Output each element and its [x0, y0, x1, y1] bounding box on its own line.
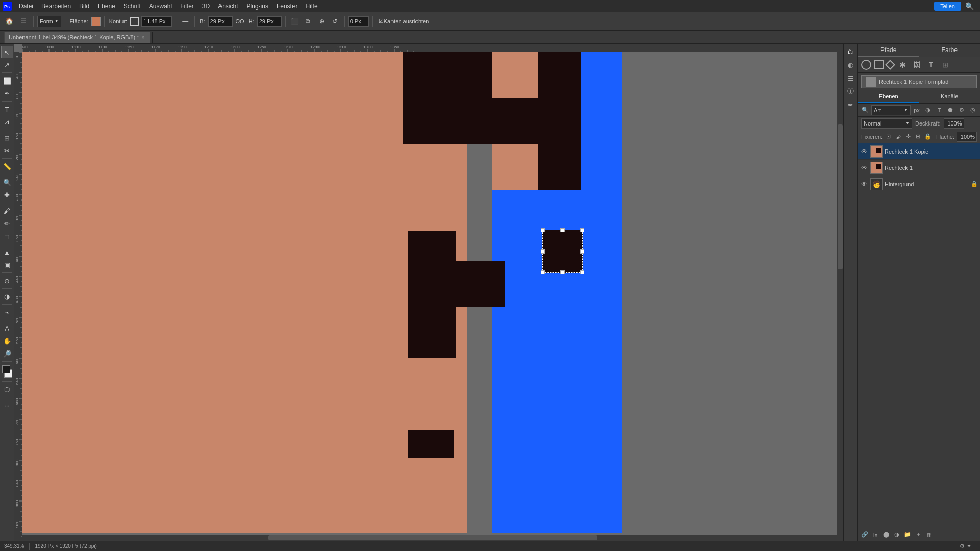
panel-icon-pfade[interactable]: 🗂	[845, 46, 856, 57]
lf-group[interactable]: 📁	[903, 530, 912, 539]
tool-shape[interactable]: ⬜	[1, 74, 13, 87]
layers-filter-toggle[interactable]: ◎	[968, 105, 978, 115]
path-rect-icon[interactable]	[874, 60, 884, 69]
shape-selected-rect[interactable]	[542, 230, 583, 273]
form-dropdown[interactable]: Form ▼	[37, 16, 61, 27]
layer-vis-rechteck-kopie[interactable]: 👁	[860, 147, 868, 156]
tool-direct-select[interactable]: ↗	[1, 59, 13, 71]
menu-schrift[interactable]: Schrift	[120, 2, 144, 11]
farbe-tab[interactable]: Farbe	[919, 44, 981, 57]
tool-gradient[interactable]: ▣	[1, 259, 13, 271]
layer-item-hintergrund[interactable]: 👁 🧑 Hintergrund 🔒	[858, 176, 980, 192]
lf-effects[interactable]: fx	[871, 530, 880, 539]
handle-mid-right[interactable]	[580, 249, 584, 254]
align-btn-3[interactable]: ⊕	[316, 16, 327, 27]
menu-hilfe[interactable]: Hilfe	[302, 2, 322, 11]
tool-quickmask[interactable]: ⬡	[1, 383, 13, 395]
flaeche-input[interactable]	[957, 132, 977, 142]
fg-color[interactable]	[2, 365, 10, 373]
search-icon[interactable]: 🔍	[965, 2, 974, 10]
tool-select[interactable]: ↖	[1, 46, 13, 58]
document-tab[interactable]: Unbenannt-1 bei 349% (Rechteck 1 Kopie, …	[4, 32, 150, 43]
panel-icon-eigenschaften[interactable]: ⓘ	[845, 86, 856, 97]
fixieren-checkers[interactable]: ⊡	[885, 132, 892, 142]
lf-delete[interactable]: 🗑	[924, 530, 934, 539]
align-btn-4[interactable]: ↺	[329, 16, 340, 27]
vertical-scrollbar[interactable]	[837, 52, 843, 535]
handle-bot-center[interactable]	[560, 270, 565, 274]
layers-kind-dropdown[interactable]: Art ▼	[871, 105, 911, 115]
menu-plugins[interactable]: Plug-ins	[243, 2, 272, 11]
tool-slice[interactable]: ✂	[1, 144, 13, 157]
fixieren-brush[interactable]: 🖌	[895, 132, 902, 142]
lf-adjustment[interactable]: ◑	[892, 530, 901, 539]
panel-icon-ebenen[interactable]: ☰	[845, 72, 856, 84]
menu-ebene[interactable]: Ebene	[94, 2, 119, 11]
path-diamond-icon[interactable]	[885, 60, 895, 70]
menu-3d[interactable]: 3D	[199, 2, 213, 11]
menu-datei[interactable]: Datei	[15, 2, 37, 11]
stroke-style-btn[interactable]: —	[180, 16, 191, 27]
tool-pencil[interactable]: ✏	[1, 217, 13, 230]
teilen-button[interactable]: Teilen	[934, 2, 961, 11]
radius-input[interactable]	[348, 16, 369, 27]
width-input[interactable]	[208, 16, 233, 27]
layers-filter-pixel[interactable]: px	[912, 105, 922, 115]
home-button[interactable]: 🏠	[3, 15, 15, 28]
handle-bot-left[interactable]	[541, 270, 545, 274]
handle-top-left[interactable]	[541, 228, 545, 232]
hscroll-thumb[interactable]	[268, 535, 597, 540]
tool-hand[interactable]: ✋	[1, 335, 13, 347]
flaeche-color[interactable]	[91, 17, 101, 26]
canvas-area[interactable]	[14, 44, 843, 541]
vscroll-thumb[interactable]	[838, 124, 843, 269]
layers-filter-text[interactable]: T	[934, 105, 944, 115]
tool-crop[interactable]: ⊞	[1, 132, 13, 144]
kanaele-tab[interactable]: Kanäle	[919, 90, 981, 103]
path-text-icon[interactable]: T	[925, 59, 937, 70]
tool-eraser[interactable]: ◻	[1, 230, 13, 242]
menu-bearbeiten[interactable]: Bearbeiten	[38, 2, 75, 11]
layers-filter-icon[interactable]: 🔍	[860, 105, 870, 115]
options-button[interactable]: ☰	[17, 15, 30, 28]
kontur-size-input[interactable]	[141, 16, 172, 27]
path-custom-icon[interactable]: ✱	[897, 59, 908, 70]
menu-auswahl[interactable]: Auswahl	[145, 2, 176, 11]
tool-fill[interactable]: ▲	[1, 246, 13, 258]
layers-filter-adjust[interactable]: ◑	[923, 105, 933, 115]
layers-filter-smart[interactable]: ⚙	[957, 105, 967, 115]
menu-fenster[interactable]: Fenster	[273, 2, 301, 11]
layer-vis-hintergrund[interactable]: 👁	[860, 180, 868, 188]
fixieren-lock[interactable]: 🔒	[924, 132, 932, 142]
tool-blur[interactable]: ⊙	[1, 274, 13, 287]
handle-top-center[interactable]	[560, 228, 565, 232]
path-grid-icon[interactable]: ⊞	[940, 59, 951, 70]
tool-more[interactable]: ···	[1, 399, 13, 411]
tool-measure[interactable]: 📏	[1, 160, 13, 172]
path-circle-icon[interactable]	[861, 60, 871, 70]
menu-bild[interactable]: Bild	[76, 2, 93, 11]
layers-filter-vector[interactable]: ⬟	[945, 105, 955, 115]
tool-eyedropper[interactable]: 🔍	[1, 176, 13, 188]
layer-vis-rechteck[interactable]: 👁	[860, 164, 868, 172]
panel-icon-pfadeditor[interactable]: ✒	[845, 99, 856, 110]
height-input[interactable]	[257, 16, 282, 27]
layer-lock-hintergrund[interactable]: 🔒	[971, 181, 978, 188]
menu-filter[interactable]: Filter	[177, 2, 198, 11]
path-item[interactable]: Rechteck 1 Kopie Formpfad	[861, 75, 977, 88]
align-btn-1[interactable]: ⬛	[289, 16, 301, 27]
deckkraft-input[interactable]	[944, 118, 964, 129]
tool-zoom[interactable]: 🔎	[1, 347, 13, 360]
lf-new[interactable]: ＋	[914, 530, 923, 539]
layer-item-rechteck[interactable]: 👁 Rechteck 1	[858, 160, 980, 176]
pfade-tab[interactable]: Pfade	[858, 44, 919, 57]
handle-bot-right[interactable]	[580, 270, 584, 274]
tool-type[interactable]: T	[1, 103, 13, 115]
tool-color-sample[interactable]: ✚	[1, 189, 13, 201]
color-swatches[interactable]	[1, 365, 13, 380]
lf-link[interactable]: 🔗	[860, 530, 869, 539]
handle-top-right[interactable]	[580, 228, 584, 232]
tool-pen[interactable]: ✒	[1, 87, 13, 99]
align-btn-2[interactable]: ⧉	[303, 16, 314, 27]
panel-icon-korrekturen[interactable]: ◐	[845, 59, 856, 70]
